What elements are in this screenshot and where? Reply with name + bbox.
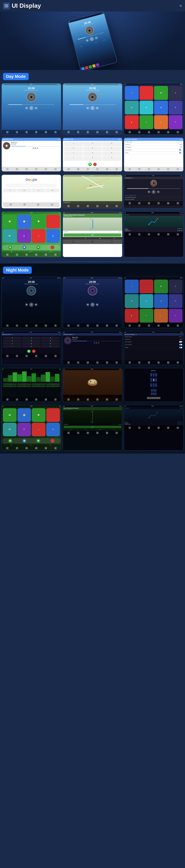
- nav-icon[interactable]: ≡: [179, 3, 182, 8]
- np-play-btn[interactable]: ▶: [179, 229, 181, 231]
- night-next-2[interactable]: ⏭: [96, 303, 99, 306]
- night-prev-2[interactable]: ⏮: [86, 303, 89, 306]
- night-bt-prev[interactable]: ⏮: [94, 342, 95, 344]
- key-7[interactable]: 7: [64, 152, 83, 156]
- bt-play[interactable]: ▶: [35, 147, 36, 149]
- app-youtube[interactable]: ▶: [125, 115, 139, 129]
- google-shortcut-1[interactable]: YT: [3, 189, 17, 192]
- ios-messages[interactable]: 💬: [32, 215, 46, 228]
- night-key-9[interactable]: 9: [41, 342, 60, 345]
- ios-appstore[interactable]: A: [46, 229, 60, 243]
- key-1[interactable]: 1: [64, 142, 83, 147]
- key-6[interactable]: 6: [102, 147, 121, 151]
- night-ios-dock-msg[interactable]: 💬: [36, 439, 40, 443]
- night-np-prev[interactable]: ⏮: [177, 423, 179, 425]
- night-bt-play[interactable]: ▶: [96, 342, 97, 344]
- ios-apple-music[interactable]: ♫: [32, 229, 46, 243]
- ios-phone[interactable]: ☎: [3, 215, 17, 228]
- night-ios-safari[interactable]: 🧭: [17, 408, 31, 422]
- app-music[interactable]: ♪: [139, 86, 154, 100]
- ios-dock-music[interactable]: 🎵: [51, 245, 54, 249]
- app-waze[interactable]: ◉: [139, 101, 154, 115]
- night-app-settings[interactable]: ⚙: [169, 280, 183, 293]
- night-bt-next[interactable]: ⏭: [98, 342, 100, 344]
- prev-btn[interactable]: ⏮: [25, 106, 28, 110]
- coffee-go-btn[interactable]: GO: [63, 234, 122, 237]
- night-key-5[interactable]: 5: [22, 340, 41, 342]
- night-next-1[interactable]: ⏭: [34, 303, 37, 306]
- extra-btn-4[interactable]: F4: [155, 389, 157, 392]
- arrow-up-right[interactable]: ↗: [155, 373, 157, 377]
- night-key-0[interactable]: 0: [22, 345, 41, 348]
- google-shortcut-3[interactable]: IG: [31, 189, 45, 192]
- extra-btn-3[interactable]: F3: [154, 389, 155, 392]
- social-next[interactable]: ⏭: [157, 190, 160, 193]
- bt-call-btn[interactable]: ☎: [88, 163, 92, 166]
- app-phone[interactable]: ☎: [154, 86, 168, 100]
- app-bt[interactable]: ◉: [154, 101, 168, 115]
- bt-prev[interactable]: ⏮: [33, 147, 34, 149]
- ios-maps[interactable]: 🗺: [3, 229, 17, 243]
- night-app-maps[interactable]: 🗺: [125, 294, 139, 308]
- play-btn-2[interactable]: ⏸: [90, 106, 95, 110]
- night-ios-dock-safari[interactable]: 🧭: [23, 439, 26, 443]
- night-ios-podcasts[interactable]: 🎙: [17, 423, 31, 436]
- ios-dock-safari[interactable]: 🧭: [23, 245, 26, 249]
- app-podcast[interactable]: 🎙: [169, 115, 183, 129]
- night-app-music[interactable]: ♪: [139, 280, 154, 293]
- ios-podcasts[interactable]: 🎙: [17, 229, 31, 243]
- bt-setting-power[interactable]: Power: [124, 151, 183, 154]
- song-item-3[interactable]: 华丰_20_1_6_3.mp3: [125, 198, 183, 200]
- key-5[interactable]: 5: [83, 147, 102, 151]
- night-ios-phone[interactable]: ☎: [3, 408, 17, 422]
- extra-btn-1[interactable]: F1: [151, 389, 152, 392]
- extra-btn-7[interactable]: F7: [154, 392, 155, 395]
- arrow-down-right[interactable]: ↘: [155, 383, 157, 387]
- night-app-bt[interactable]: ◉: [154, 294, 168, 308]
- night-prev-1[interactable]: ⏮: [25, 303, 28, 306]
- wave-btn-5[interactable]: FLAT: [3, 385, 17, 387]
- night-ios-music[interactable]: 🎵: [46, 408, 60, 422]
- night-key-3[interactable]: 3: [41, 337, 60, 339]
- app-settings[interactable]: ⚙: [169, 86, 183, 100]
- bt-setting-autoconnect[interactable]: Auto connect: [124, 149, 183, 151]
- night-play-2[interactable]: ⏸: [90, 303, 95, 307]
- night-coffee-go[interactable]: GO: [63, 426, 122, 428]
- google-shortcut-4[interactable]: TW: [46, 189, 59, 192]
- night-np-next[interactable]: ⏭: [181, 423, 183, 425]
- key-2[interactable]: 2: [83, 142, 102, 147]
- key-star[interactable]: *: [64, 156, 83, 161]
- key-8[interactable]: 8: [83, 152, 102, 156]
- social-prev[interactable]: ⏮: [148, 190, 151, 193]
- night-key-2[interactable]: 2: [22, 337, 41, 339]
- night-setting-power[interactable]: Power: [124, 346, 183, 349]
- night-ios-messages[interactable]: 💬: [32, 408, 46, 422]
- wave-btn-6[interactable]: R&B: [17, 385, 31, 387]
- app-car[interactable]: ⊞: [169, 101, 183, 115]
- night-app-podcast[interactable]: 🎙: [169, 309, 183, 323]
- play-btn[interactable]: ⏸: [29, 106, 33, 110]
- key-4[interactable]: 4: [64, 147, 83, 151]
- arrow-up-left[interactable]: ↖: [150, 373, 152, 377]
- key-0[interactable]: 0: [83, 156, 102, 161]
- extra-btn-2[interactable]: F2: [152, 389, 154, 392]
- ios-safari[interactable]: 🧭: [17, 215, 31, 228]
- night-app-messages[interactable]: ✉: [139, 309, 154, 323]
- night-key-7[interactable]: 7: [3, 342, 22, 345]
- wave-btn-3[interactable]: JAZZ: [31, 383, 46, 385]
- next-btn-2[interactable]: ⏭: [96, 106, 99, 110]
- arrow-center[interactable]: ◉: [153, 378, 155, 382]
- extra-btn-5[interactable]: F5: [151, 392, 152, 395]
- night-app-telegram[interactable]: ✈: [125, 280, 139, 293]
- night-app-youtube[interactable]: ▶: [125, 309, 139, 323]
- night-np-play[interactable]: ▶: [179, 423, 181, 425]
- night-ios-appstore[interactable]: A: [46, 423, 60, 436]
- np-prev-btn[interactable]: ⏮: [177, 229, 179, 231]
- night-app-car[interactable]: ⊞: [169, 294, 183, 308]
- google-search-bar[interactable]: [6, 184, 57, 187]
- bt-setting-autoanswer[interactable]: Auto answer: [124, 146, 183, 149]
- night-ios-apple-music[interactable]: ♫: [32, 423, 46, 436]
- night-key-star[interactable]: *: [3, 345, 22, 348]
- app-radio[interactable]: 📻: [154, 115, 168, 129]
- app-maps[interactable]: 🗺: [125, 101, 139, 115]
